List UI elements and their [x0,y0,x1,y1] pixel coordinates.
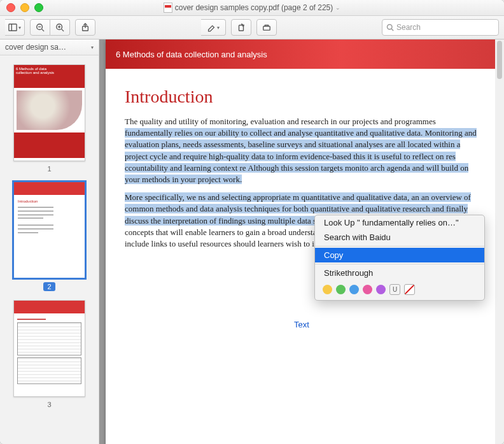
svg-rect-12 [263,26,270,30]
window-title-text: cover design samples copy.pdf (page 2 of… [175,3,333,12]
p2-sel-a: More specifically, we [125,192,198,202]
page-number-label: 1 [47,165,51,173]
markup-button[interactable] [256,19,277,36]
sidebar-dropdown-label: cover design sa… [5,43,66,52]
menu-look-up[interactable]: Look Up " fundamentally relies on…" [315,215,484,230]
chevron-down-icon: ▾ [91,45,94,50]
heading-introduction: Introduction [125,87,479,107]
close-window-button[interactable] [6,3,15,12]
highlight-green[interactable] [336,285,346,294]
search-placeholder: Search [396,23,421,32]
highlight-purple[interactable] [376,285,386,294]
text-link[interactable]: Text [125,320,479,329]
chevron-down-icon: ▾ [217,25,220,31]
thumbnail-page-1[interactable]: 6 Methods of data collection and analysi… [6,64,92,173]
page-number-label: 3 [47,401,51,408]
page-number-label: 2 [43,282,55,291]
zoom-out-button[interactable] [30,19,50,36]
content-area: cover design sa… ▾ 6 Methods of data col… [0,39,504,444]
p1-plain: The quality and utility of monitoring, e… [125,117,436,126]
rotate-icon [237,23,246,32]
toolbar: ▾ ▾ Search [0,16,504,39]
minimize-window-button[interactable] [20,3,29,12]
search-icon [386,24,394,31]
thumbnail-list[interactable]: 6 Methods of data collection and analysi… [0,55,99,444]
underline-option[interactable]: U [389,284,400,295]
paragraph-1[interactable]: The quality and utility of monitoring, e… [125,116,479,185]
highlight-yellow[interactable] [323,285,332,294]
document-viewport[interactable]: 6 Methods of data collection and analysi… [99,39,504,444]
sidebar-split-icon [8,23,17,32]
zoom-group [30,19,70,36]
vertical-scrollbar[interactable] [495,39,504,444]
share-icon [81,23,90,32]
page-banner: 6 Methods of data collection and analysi… [106,39,498,69]
thumbnail-image: Introduction▬▬▬▬▬▬▬▬▬▬▬▬▬▬▬▬▬▬▬▬▬▬▬▬▬▬▬▬… [13,182,85,278]
zoom-in-icon [55,23,64,32]
svg-line-3 [42,29,45,32]
zoom-window-button[interactable] [34,3,43,12]
pdf-file-icon [164,3,172,13]
highlight-button[interactable]: ▾ [201,19,226,36]
thumbnail-sidebar: cover design sa… ▾ 6 Methods of data col… [0,39,99,444]
thumbnail-image: 6 Methods of data collection and analysi… [13,64,85,161]
sidebar-view-button[interactable]: ▾ [5,19,25,36]
titlebar: cover design samples copy.pdf (page 2 of… [0,0,504,16]
title-dropdown-icon[interactable]: ⌄ [335,4,340,11]
highlight-group: ▾ [201,19,226,36]
context-menu: Look Up " fundamentally relies on…" Sear… [314,215,485,301]
search-field[interactable]: Search [382,19,499,36]
clear-highlight[interactable] [404,284,415,295]
svg-line-6 [62,29,64,32]
menu-separator [315,246,484,247]
thumbnail-image: ▬▬▬▬▬▬▬▬▬ [13,300,85,397]
menu-separator [315,264,484,264]
menu-search-baidu[interactable]: Search with Baidu [315,230,484,245]
toolbox-icon [262,23,271,32]
p2-sel-b: ns and selecting appropriate m quantitat… [198,192,419,202]
view-mode-group: ▾ [5,19,25,36]
zoom-in-button[interactable] [50,19,70,36]
zoom-out-icon [36,23,45,32]
highlight-pink[interactable] [363,285,372,294]
rotate-button[interactable] [231,19,251,36]
svg-line-14 [391,29,393,31]
menu-copy[interactable]: Copy [315,248,484,262]
highlight-color-row: U [315,280,484,300]
banner-text: 6 Methods of data collection and analysi… [116,50,267,59]
thumbnail-page-2[interactable]: Introduction▬▬▬▬▬▬▬▬▬▬▬▬▬▬▬▬▬▬▬▬▬▬▬▬▬▬▬▬… [6,182,92,291]
chevron-down-icon: ▾ [18,25,21,31]
window-title: cover design samples copy.pdf (page 2 of… [0,3,504,13]
highlighter-icon [207,23,216,32]
thumbnail-page-3[interactable]: ▬▬▬▬▬▬▬▬▬ 3 [6,300,92,408]
sidebar-dropdown[interactable]: cover design sa… ▾ [0,39,99,55]
thumb1-header: 6 Methods of data collection and analysi… [14,65,85,88]
svg-rect-0 [9,24,17,31]
share-button[interactable] [75,19,95,36]
svg-point-13 [388,25,393,30]
highlight-blue[interactable] [349,285,359,294]
menu-strikethrough[interactable]: Strikethrough [315,266,484,280]
